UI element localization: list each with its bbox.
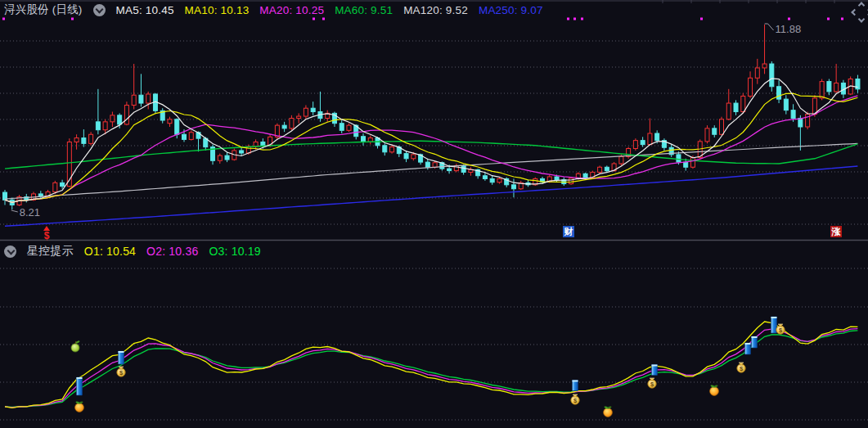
candle-body [598, 167, 602, 172]
candle-body [648, 133, 652, 145]
candle-body [425, 162, 430, 167]
candle-body [755, 68, 759, 78]
candle-body [168, 119, 172, 124]
event-badge-rise[interactable]: 涨 [830, 226, 842, 237]
money-bag-icon: $ [571, 394, 579, 404]
candle-body [110, 115, 115, 122]
stock-title: 浔兴股份 (日线) [4, 2, 83, 17]
candle-body [770, 64, 774, 87]
candle-body [383, 146, 387, 152]
candle-body [684, 162, 688, 167]
candle-body [555, 177, 559, 180]
chart-canvas[interactable]: $$$$$ [0, 0, 868, 428]
candle-body [290, 119, 294, 128]
signal-dot [700, 18, 703, 20]
candle-body [827, 82, 831, 92]
candle-body [820, 82, 824, 98]
main-price-panel [3, 25, 860, 226]
candle-body [619, 156, 623, 164]
signal-dot [788, 18, 790, 20]
ma60-line [5, 141, 857, 169]
candle-body [139, 95, 143, 103]
high-leader-line [765, 24, 774, 30]
indicator-label-o1: O1: 10.54 [84, 245, 136, 258]
low-leader-line [11, 210, 18, 212]
blue-bar-icon [752, 336, 758, 348]
orange-icon [604, 406, 613, 417]
event-badge-finance[interactable]: 财 [563, 226, 574, 237]
candle-body [225, 155, 229, 160]
orange-icon [75, 401, 84, 412]
blue-bar-icon [652, 365, 658, 376]
money-bag-icon: $ [648, 378, 656, 388]
blue-bar-icon [119, 351, 124, 364]
o-indicator-labels: O1: 10.54O2: 10.36O3: 10.19 [84, 245, 261, 258]
candle-body [605, 167, 609, 170]
indicator-label-ma20: MA20: 10.25 [259, 4, 324, 16]
signal-dot [71, 18, 74, 20]
signal-dot [567, 18, 569, 20]
candle-body [511, 185, 515, 189]
indicator-label-ma250: MA250: 9.07 [479, 4, 543, 16]
candle-body [362, 137, 366, 142]
money-bag-icon: $ [117, 367, 125, 376]
candle-body [720, 119, 724, 134]
ma120-line [5, 143, 857, 199]
sub-indicator-title: 星控提示 [27, 244, 74, 259]
sub-panel-header: 星控提示 O1: 10.54O2: 10.36O3: 10.19 [4, 244, 261, 259]
o2-line [5, 329, 857, 408]
chevron-down-icon[interactable] [4, 246, 16, 258]
candle-body [254, 142, 258, 146]
candle-body [189, 133, 193, 140]
candle-body [798, 119, 803, 127]
candle-body [124, 106, 128, 124]
blue-bar-icon [77, 377, 83, 395]
candle-body [677, 155, 681, 162]
blue-bar-icon [573, 381, 578, 391]
candle-body [633, 141, 637, 149]
candle-body [182, 134, 187, 139]
candle-body [118, 115, 122, 124]
candle-body [741, 96, 745, 111]
candle-body [705, 128, 709, 142]
o1-line [5, 322, 857, 408]
candle-body [61, 182, 65, 186]
candle-body [53, 182, 57, 191]
candle-body [690, 158, 695, 168]
candle-body [655, 133, 659, 141]
candle-body [734, 103, 738, 111]
candle-body [856, 79, 860, 89]
stock-chart-app: $$$$$ 浔兴股份 (日线) MA5: 10.45MA10: 10.13MA2… [0, 0, 868, 428]
candle-body [412, 155, 416, 159]
signal-dot [2, 18, 5, 20]
o3-line [5, 331, 857, 408]
chevron-down-icon[interactable] [93, 4, 106, 16]
money-bag-icon: $ [737, 363, 745, 372]
candle-body [282, 125, 286, 128]
indicator-sub-panel [5, 322, 857, 408]
low-price-label: 8.21 [20, 206, 40, 219]
ma250-line [5, 166, 857, 226]
candle-body [89, 134, 93, 143]
candle-body [175, 119, 179, 134]
signal-dot [827, 18, 830, 20]
candle-body [96, 122, 100, 130]
signal-dot [322, 18, 325, 20]
candle-body [390, 147, 394, 152]
candle-body [834, 83, 839, 91]
candle-body [347, 125, 351, 130]
ma-indicator-labels: MA5: 10.45MA10: 10.13MA20: 10.25MA60: 9.… [116, 4, 543, 16]
candle-body [103, 122, 107, 130]
signal-markers: $$$$$ [2, 18, 843, 417]
candle-body [791, 110, 795, 119]
candle-body [447, 169, 452, 170]
signal-dot [313, 18, 315, 20]
candle-body [762, 64, 767, 68]
candle-body [777, 87, 781, 99]
indicator-label-ma10: MA10: 10.13 [185, 4, 250, 16]
candle-body [404, 154, 408, 159]
candle-body [304, 108, 308, 116]
candle-body [218, 155, 222, 160]
candle-body [261, 142, 265, 145]
indicator-label-ma5: MA5: 10.45 [116, 4, 174, 16]
